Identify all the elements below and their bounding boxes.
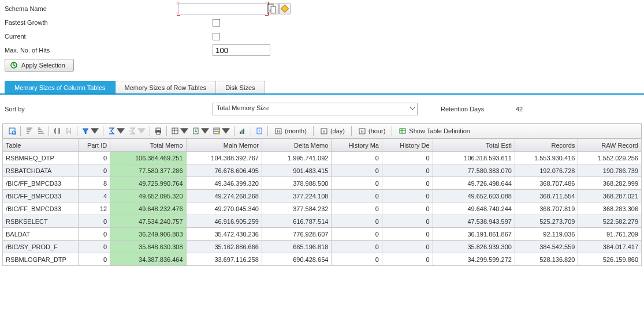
cell: 0 [382, 253, 433, 266]
current-checkbox[interactable] [213, 33, 220, 40]
column-header[interactable]: History Ma [332, 139, 382, 152]
find-button[interactable] [51, 125, 63, 137]
cell: RSBMLOGPAR_DTP [3, 253, 79, 266]
column-header[interactable]: Records [515, 139, 578, 152]
sort-by-label: Sort by [5, 106, 213, 112]
svg-text:H: H [322, 129, 325, 133]
table-row[interactable]: BALDAT036.249.906.80335.472.430.236776.9… [3, 228, 642, 241]
table-row[interactable]: /BIC/FF_BMPCD33849.725.990.76449.346.399… [3, 177, 642, 190]
cell: 0 [79, 228, 110, 241]
cell: 35.162.886.666 [186, 241, 262, 253]
cell: 104.388.392.767 [186, 152, 262, 164]
print-button[interactable] [152, 125, 164, 137]
cell: 377.224.108 [262, 190, 331, 202]
table-row[interactable]: /BIC/SY_PROD_F035.848.630.30835.162.886.… [3, 241, 642, 253]
svg-rect-7 [156, 128, 161, 130]
table-row[interactable]: RSBMREQ_DTP0106.384.469.251104.388.392.7… [3, 152, 642, 164]
filter-button[interactable] [80, 125, 100, 137]
subtotal-button[interactable] [126, 125, 147, 137]
cell: 0 [382, 164, 433, 177]
column-header[interactable]: Main Memor [186, 139, 262, 152]
schema-multiselect-button[interactable] [279, 3, 291, 14]
column-header[interactable]: Total Memo [110, 139, 186, 152]
cell: 12 [79, 202, 110, 215]
cell: 49.346.399.320 [186, 177, 262, 190]
layout-view-button[interactable] [169, 125, 190, 137]
info-button[interactable]: i [254, 125, 265, 137]
max-hits-input[interactable] [213, 44, 270, 56]
sort-asc-button[interactable] [23, 125, 35, 137]
history-hour-button[interactable]: H(hour) [354, 125, 389, 137]
schema-value-help-button[interactable] [267, 3, 279, 14]
cell: 0 [79, 253, 110, 266]
cell: /BIC/SY_PROD_F [3, 241, 79, 253]
cell: 106.318.593.611 [433, 152, 515, 164]
details-button[interactable] [6, 125, 18, 137]
column-header[interactable]: Delta Memo [262, 139, 331, 152]
svg-rect-18 [240, 132, 241, 134]
cell: 528.136.820 [515, 253, 578, 266]
cell: 384.542.559 [515, 241, 578, 253]
cell: 368.287.021 [578, 190, 642, 202]
cell: 0 [332, 177, 382, 190]
cell: 8 [79, 177, 110, 190]
cell: 49.725.990.764 [110, 177, 186, 190]
sort-by-select[interactable]: Total Memory Size [213, 103, 418, 115]
cell: 0 [382, 215, 433, 228]
cell: 0 [79, 152, 110, 164]
table-row[interactable]: RSBATCHDATA077.580.377.28676.678.606.495… [3, 164, 642, 177]
history-day-button[interactable]: H(day) [316, 125, 349, 137]
schema-name-label: Schema Name [5, 5, 178, 12]
cell: 49.270.045.340 [186, 202, 262, 215]
show-table-definition-button[interactable]: Show Table Definition [394, 125, 474, 137]
tab-memory-sizes-of-row-tables[interactable]: Memory Sizes of Row Tables [116, 81, 217, 93]
column-header[interactable]: RAW Record [578, 139, 642, 152]
fastest-growth-label: Fastest Growth [5, 19, 178, 26]
table-row[interactable]: RSBKSELECT047.534.240.75746.916.905.2596… [3, 215, 642, 228]
cell: 0 [332, 152, 382, 164]
column-header[interactable]: Table [3, 139, 79, 152]
column-header[interactable]: Total Esti [433, 139, 515, 152]
sort-desc-button[interactable] [35, 125, 46, 137]
svg-rect-19 [241, 130, 243, 134]
tab-memory-sizes-of-column-tables[interactable]: Memory Sizes of Column Tables [5, 81, 116, 93]
alv-toolbar: i H(month) H(day) H(hour) Show Table Def… [2, 123, 642, 138]
fastest-growth-checkbox[interactable] [213, 19, 220, 27]
cell: 49.652.603.088 [433, 190, 515, 202]
cell: 36.249.906.803 [110, 228, 186, 241]
schema-name-input[interactable] [178, 3, 267, 14]
table-row[interactable]: /BIC/FF_BMPCD331249.648.232.47649.270.04… [3, 202, 642, 215]
memory-sizes-table[interactable]: TablePart IDTotal MemoMain MemorDelta Me… [2, 138, 642, 266]
table-row[interactable]: /BIC/FF_BMPCD33449.652.095.32049.274.268… [3, 190, 642, 202]
svg-rect-1 [271, 6, 276, 13]
cell: 368.707.819 [515, 202, 578, 215]
cell: 0 [332, 253, 382, 266]
sum-button[interactable] [106, 125, 126, 137]
cell: 384.017.417 [578, 241, 642, 253]
apply-selection-button[interactable]: Apply Selection [5, 59, 74, 72]
export-button[interactable] [190, 125, 211, 137]
cell: 0 [382, 202, 433, 215]
table-row[interactable]: RSBMLOGPAR_DTP034.387.836.46433.697.116.… [3, 253, 642, 266]
max-hits-label: Max. No. of Hits [5, 47, 178, 54]
cell: 91.761.209 [578, 228, 642, 241]
cell: 47.534.240.757 [110, 215, 186, 228]
tab-disk-sizes[interactable]: Disk Sizes [216, 81, 265, 93]
chart-button[interactable] [237, 125, 248, 137]
cell: 49.274.268.268 [186, 190, 262, 202]
cell: BALDAT [3, 228, 79, 241]
svg-line-5 [15, 134, 16, 135]
column-header[interactable]: Part ID [79, 139, 110, 152]
cell: 0 [332, 228, 382, 241]
cell: 0 [79, 241, 110, 253]
cell: 77.580.383.070 [433, 164, 515, 177]
cell: /BIC/FF_BMPCD33 [3, 190, 79, 202]
cell: 0 [332, 190, 382, 202]
find-next-button[interactable] [63, 125, 75, 137]
apply-selection-label: Apply Selection [21, 62, 65, 69]
cell: 35.472.430.236 [186, 228, 262, 241]
column-header[interactable]: History De [382, 139, 433, 152]
layout-change-button[interactable] [211, 125, 232, 137]
svg-text:i: i [259, 128, 260, 134]
history-month-button[interactable]: H(month) [270, 125, 311, 137]
